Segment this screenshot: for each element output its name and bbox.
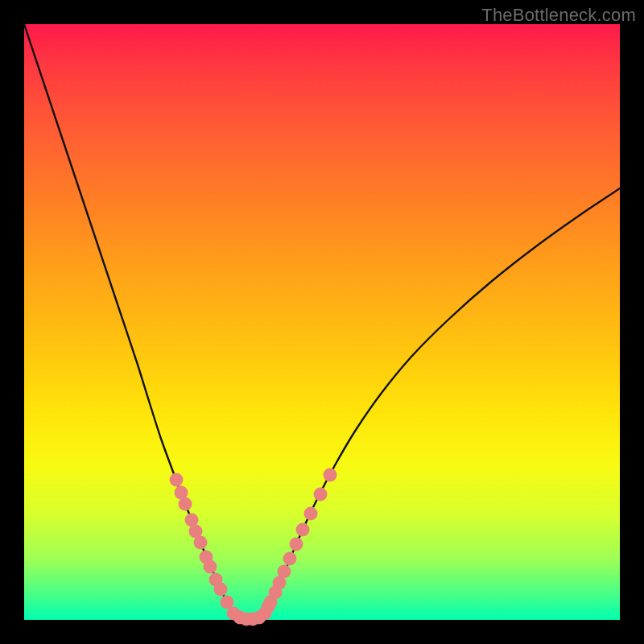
chart-container: TheBottleneck.com xyxy=(0,0,644,644)
curve-layer xyxy=(24,24,620,620)
data-dot xyxy=(204,560,217,574)
data-dot xyxy=(290,538,303,551)
data-dot xyxy=(258,607,272,621)
data-dot xyxy=(283,552,297,566)
data-dots xyxy=(170,469,337,626)
data-dot xyxy=(314,488,328,502)
data-dot xyxy=(296,523,310,537)
data-dot xyxy=(278,565,291,579)
v-curve-path xyxy=(24,24,620,620)
data-dot xyxy=(179,497,192,511)
data-dot xyxy=(304,507,318,521)
data-dot xyxy=(170,473,184,487)
data-dot xyxy=(194,536,208,550)
plot-area xyxy=(24,24,620,620)
watermark-text: TheBottleneck.com xyxy=(481,5,636,26)
data-dot xyxy=(214,583,228,597)
bottleneck-curve xyxy=(24,24,620,620)
data-dot xyxy=(324,469,337,482)
